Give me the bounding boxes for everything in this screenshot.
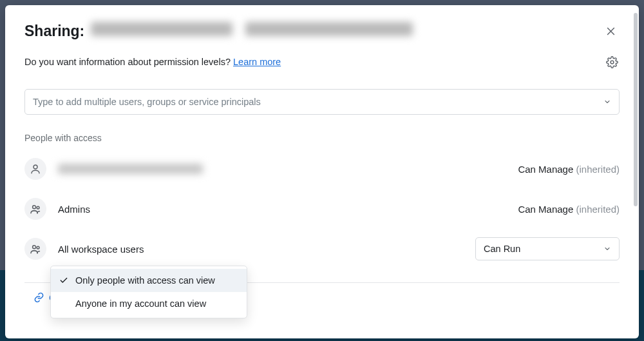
access-row-name: All workspace users <box>58 244 144 255</box>
access-row-all-workspace-users: All workspace users Can Run <box>24 235 620 263</box>
permission-inherited: (inherited) <box>576 164 620 175</box>
group-icon <box>30 203 42 215</box>
svg-point-4 <box>32 205 35 208</box>
access-row-user: Can Manage (inherited) <box>24 155 620 183</box>
permission-label: Can Manage (inherited) <box>518 164 620 175</box>
permission-inherited: (inherited) <box>576 204 620 215</box>
info-row: Do you want information about permission… <box>24 54 620 70</box>
svg-point-7 <box>37 246 39 249</box>
dropdown-option-label: Only people with access can view <box>75 275 215 286</box>
close-icon <box>605 26 616 37</box>
gear-icon <box>606 56 618 68</box>
redacted-title-part-1 <box>91 22 232 36</box>
close-button[interactable] <box>601 22 620 40</box>
svg-point-6 <box>32 245 35 248</box>
permission-label: Can Manage (inherited) <box>518 204 620 215</box>
redacted-user-name <box>58 164 203 174</box>
modal-header: Sharing: <box>24 22 620 40</box>
permission-value: Can Manage <box>518 164 573 175</box>
link-icon <box>33 292 44 303</box>
svg-point-3 <box>33 165 37 169</box>
dropdown-option-anyone[interactable]: Anyone in my account can view <box>51 292 247 315</box>
permission-info-question: Do you want information about permission… <box>24 57 231 67</box>
chevron-down-icon <box>603 98 611 106</box>
avatar <box>24 158 46 180</box>
sharing-modal: Sharing: Do you want information about p… <box>5 5 639 338</box>
add-principals-input[interactable]: Type to add multiple users, groups or se… <box>24 89 620 115</box>
learn-more-link[interactable]: Learn more <box>233 57 281 67</box>
visibility-dropdown: Only people with access can view Anyone … <box>50 266 247 318</box>
dropdown-option-only-people[interactable]: Only people with access can view <box>51 269 247 292</box>
permission-select[interactable]: Can Run <box>475 237 620 260</box>
redacted-title-part-2 <box>245 22 413 36</box>
user-icon <box>30 163 41 175</box>
avatar <box>24 198 46 220</box>
dropdown-option-label: Anyone in my account can view <box>75 298 206 309</box>
permission-info-text: Do you want information about permission… <box>24 57 281 67</box>
add-principals-placeholder: Type to add multiple users, groups or se… <box>33 97 261 107</box>
avatar <box>24 238 46 260</box>
svg-point-2 <box>611 61 614 64</box>
svg-point-5 <box>37 206 39 209</box>
group-icon <box>30 243 42 255</box>
permission-value: Can Manage <box>518 204 573 215</box>
modal-title-label: Sharing: <box>24 23 84 40</box>
access-row-admins: Admins Can Manage (inherited) <box>24 195 620 223</box>
chevron-down-icon <box>603 245 611 253</box>
people-with-access-label: People with access <box>24 133 620 143</box>
access-row-name: Admins <box>58 204 90 215</box>
permission-select-value: Can Run <box>484 244 520 254</box>
check-icon <box>59 276 69 285</box>
settings-button[interactable] <box>604 54 620 70</box>
